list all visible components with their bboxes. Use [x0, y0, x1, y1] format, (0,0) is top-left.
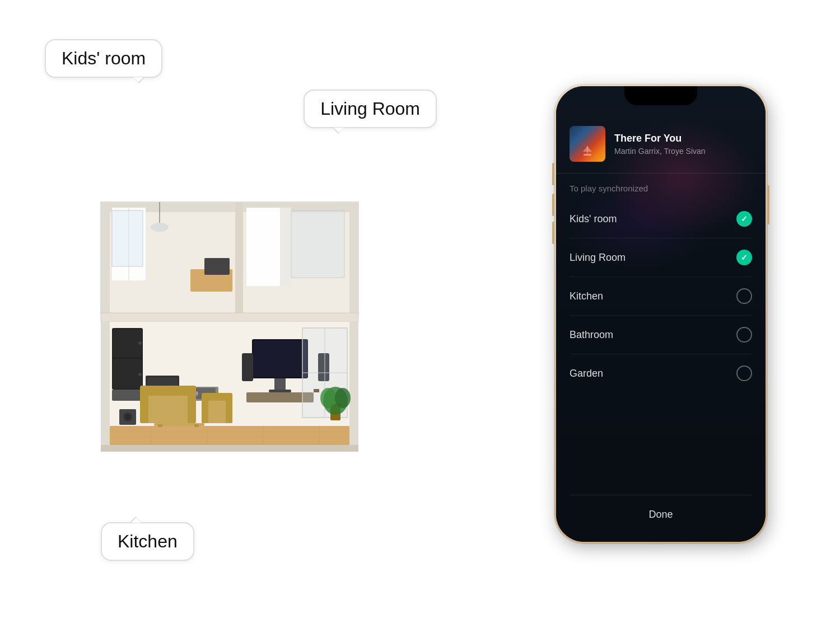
song-info: There For You Martin Garrix, Troye Sivan — [614, 133, 752, 156]
room-name-kitchen: Kitchen — [570, 290, 603, 302]
svg-rect-10 — [291, 210, 344, 278]
done-button[interactable]: Done — [626, 504, 695, 525]
svg-point-27 — [138, 341, 142, 345]
check-circle-kids: ✓ — [736, 211, 752, 227]
bubble-kids-label: Kids' room — [62, 48, 146, 68]
svg-rect-68 — [584, 154, 591, 156]
phone-frame: There For You Martin Garrix, Troye Sivan… — [554, 85, 767, 543]
sync-label: To play synchronized — [570, 174, 752, 200]
svg-rect-26 — [113, 359, 142, 388]
song-title: There For You — [614, 133, 752, 144]
now-playing-section: There For You Martin Garrix, Troye Sivan — [570, 117, 752, 173]
svg-rect-67 — [101, 445, 358, 452]
svg-rect-43 — [226, 398, 232, 423]
svg-rect-16 — [349, 322, 358, 445]
svg-rect-12 — [204, 258, 230, 275]
svg-rect-7 — [112, 210, 143, 266]
svg-rect-17 — [110, 426, 349, 445]
room-item-bathroom[interactable]: Bathroom — [570, 316, 752, 354]
left-section: Kids' room Living Room Kitchen — [34, 22, 426, 606]
svg-rect-48 — [269, 390, 291, 392]
phone-screen: There For You Martin Garrix, Troye Sivan… — [556, 86, 766, 542]
room-name-kids: Kids' room — [570, 213, 617, 225]
svg-rect-3 — [349, 202, 358, 314]
svg-rect-46 — [253, 340, 307, 377]
check-circle-living: ✓ — [736, 250, 752, 265]
svg-rect-9 — [280, 208, 291, 286]
svg-rect-49 — [242, 353, 253, 381]
song-artist: Martin Garrix, Troye Sivan — [614, 147, 752, 156]
done-section: Done — [570, 495, 752, 542]
svg-point-28 — [138, 373, 142, 376]
right-section: There For You Martin Garrix, Troye Sivan… — [515, 22, 806, 606]
svg-point-59 — [151, 223, 169, 232]
svg-rect-15 — [101, 322, 110, 445]
room-name-garden: Garden — [570, 368, 603, 379]
checkmark-kids: ✓ — [741, 215, 748, 223]
phone-content: There For You Martin Garrix, Troye Sivan… — [556, 86, 766, 542]
check-circle-kitchen — [736, 288, 752, 304]
room-name-bathroom: Bathroom — [570, 329, 613, 341]
bubble-living-label: Living Room — [320, 99, 420, 119]
bubble-kitchen-label: Kitchen — [118, 531, 178, 551]
svg-point-56 — [320, 388, 336, 408]
bubble-kitchen: Kitchen — [101, 522, 194, 561]
phone-notch — [624, 86, 697, 105]
album-art — [570, 126, 605, 162]
svg-rect-64 — [158, 424, 162, 427]
house-illustration — [67, 180, 392, 471]
svg-rect-42 — [202, 398, 208, 423]
svg-point-57 — [335, 388, 351, 408]
check-circle-bathroom — [736, 327, 752, 343]
room-item-kitchen[interactable]: Kitchen — [570, 277, 752, 316]
room-item-kids[interactable]: Kids' room ✓ — [570, 200, 752, 238]
svg-point-62 — [125, 414, 130, 420]
checkmark-living: ✓ — [741, 254, 748, 261]
check-circle-garden — [736, 365, 752, 381]
room-item-living[interactable]: Living Room ✓ — [570, 238, 752, 277]
bubble-living: Living Room — [304, 90, 437, 128]
svg-rect-39 — [188, 392, 196, 423]
svg-rect-4 — [235, 202, 243, 314]
svg-rect-65 — [194, 424, 199, 427]
room-name-living: Living Room — [570, 252, 626, 264]
bubble-kids: Kids' room — [45, 39, 162, 78]
svg-rect-13 — [101, 313, 358, 322]
svg-rect-66 — [314, 389, 319, 392]
svg-rect-2 — [101, 202, 110, 314]
room-item-garden[interactable]: Garden — [570, 354, 752, 392]
svg-rect-25 — [113, 329, 142, 357]
room-list: Kids' room ✓ Living Room ✓ K — [570, 200, 752, 495]
svg-rect-38 — [140, 392, 148, 423]
